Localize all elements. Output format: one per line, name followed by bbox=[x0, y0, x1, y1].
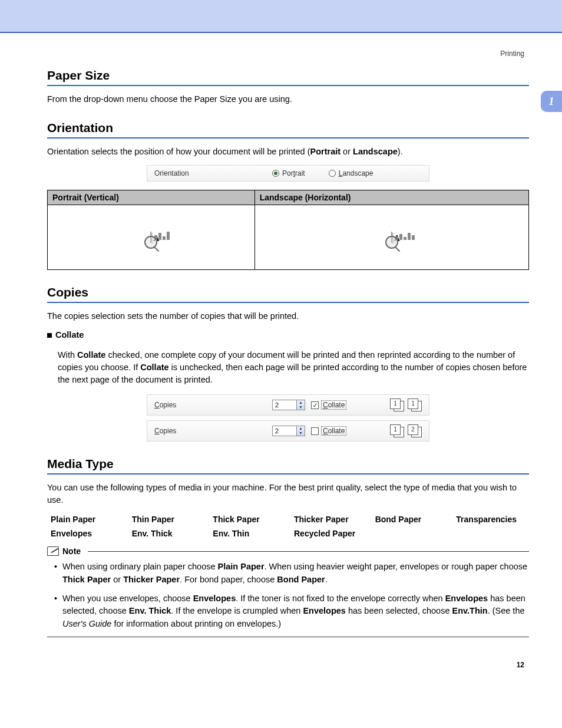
collate-checkbox-label-1: Collate bbox=[321, 400, 346, 410]
collate-sub-heading: Collate bbox=[47, 330, 529, 340]
orientation-body-mid: or bbox=[340, 147, 353, 156]
media-type-item: Plain Paper bbox=[51, 515, 120, 524]
copies-panel-label-2: Copies bbox=[154, 427, 272, 435]
page-number: 12 bbox=[47, 661, 529, 669]
radio-landscape[interactable]: Landscape bbox=[329, 169, 373, 177]
spinner-down-icon[interactable]: ▼ bbox=[297, 431, 305, 436]
heading-paper-size: Paper Size bbox=[47, 68, 529, 86]
orientation-bold-landscape: Landscape bbox=[353, 147, 398, 156]
orientation-body-pre: Orientation selects the position of how … bbox=[47, 147, 310, 156]
collate-label: Collate bbox=[55, 330, 84, 340]
radio-landscape-label: Landscape bbox=[339, 169, 373, 177]
heading-copies: Copies bbox=[47, 285, 529, 303]
note-list: When using ordinary plain paper choose P… bbox=[54, 561, 529, 631]
copies-spinner-2[interactable]: ▲▼ bbox=[272, 426, 305, 436]
collate-checkbox-checked[interactable]: ✓ Collate bbox=[311, 400, 346, 410]
landscape-preview-icon: A bbox=[391, 232, 392, 243]
copies-panel-collated: Copies ▲▼ ✓ Collate 21 21 bbox=[147, 394, 429, 416]
checkbox-checked-icon: ✓ bbox=[311, 401, 319, 409]
copies-input-1[interactable] bbox=[273, 400, 296, 410]
media-type-item: Recycled Paper bbox=[294, 529, 363, 538]
orientation-body-post: ). bbox=[398, 147, 403, 156]
chapter-tab: 1 bbox=[541, 91, 562, 112]
radio-checked-icon bbox=[272, 170, 279, 177]
copies-input-2[interactable] bbox=[273, 426, 296, 436]
note-footer-rule bbox=[47, 637, 529, 637]
spinner-up-icon[interactable]: ▲ bbox=[297, 400, 305, 405]
note-item: When you use envelopes, choose Envelopes… bbox=[54, 592, 529, 631]
spinner-down-icon[interactable]: ▼ bbox=[297, 405, 305, 410]
header-band bbox=[0, 0, 562, 32]
media-type-item: Thicker Paper bbox=[294, 515, 363, 524]
media-type-item: Transparencies bbox=[456, 515, 525, 524]
radio-portrait-label: Portrait bbox=[282, 169, 305, 177]
cell-landscape-preview: A bbox=[254, 205, 528, 270]
note-rule bbox=[88, 551, 529, 552]
copies-spinner-1[interactable]: ▲▼ bbox=[272, 400, 305, 410]
breadcrumb: Printing bbox=[47, 50, 529, 58]
collate-checkbox-label-2: Collate bbox=[321, 426, 346, 436]
portrait-preview-icon: A bbox=[150, 232, 151, 243]
th-portrait: Portrait (Vertical) bbox=[48, 190, 255, 205]
copies-panel-uncollated: Copies ▲▼ Collate 11 22 bbox=[147, 420, 429, 442]
copies-body: The copies selection sets the number of … bbox=[47, 310, 529, 322]
media-type-item: Thick Paper bbox=[213, 515, 282, 524]
checkbox-unchecked-icon bbox=[311, 427, 319, 435]
spinner-up-icon[interactable]: ▲ bbox=[297, 426, 305, 431]
cell-portrait-preview: A bbox=[48, 205, 255, 270]
collate-body: With Collate checked, one complete copy … bbox=[58, 349, 529, 386]
orientation-dialog-panel: Orientation Portrait Landscape bbox=[147, 165, 429, 182]
media-type-item: Thin Paper bbox=[132, 515, 201, 524]
media-type-grid: Plain Paper Thin Paper Thick Paper Thick… bbox=[51, 515, 525, 538]
media-type-item: Env. Thick bbox=[132, 529, 201, 538]
radio-unchecked-icon bbox=[329, 170, 336, 177]
orientation-panel-label: Orientation bbox=[154, 169, 272, 177]
note-label: Note bbox=[62, 546, 81, 556]
copies-panel-label-1: Copies bbox=[154, 401, 272, 409]
th-landscape: Landscape (Horizontal) bbox=[254, 190, 528, 205]
paper-size-body: From the drop-down menu choose the Paper… bbox=[47, 93, 529, 106]
note-item: When using ordinary plain paper choose P… bbox=[54, 561, 529, 587]
orientation-bold-portrait: Portrait bbox=[310, 147, 341, 156]
media-type-item: Bond Paper bbox=[375, 515, 445, 524]
media-type-item: Env. Thin bbox=[213, 529, 282, 538]
orientation-table: Portrait (Vertical) Landscape (Horizonta… bbox=[47, 190, 529, 270]
note-block: Note When using ordinary plain paper cho… bbox=[47, 546, 529, 637]
note-icon bbox=[47, 546, 59, 556]
radio-portrait[interactable]: Portrait bbox=[272, 169, 305, 177]
orientation-body: Orientation selects the position of how … bbox=[47, 146, 529, 158]
media-type-item: Envelopes bbox=[51, 529, 120, 538]
collate-order-icon-collated: 21 21 bbox=[390, 398, 422, 411]
heading-orientation: Orientation bbox=[47, 121, 529, 139]
collate-order-icon-uncollated: 11 22 bbox=[390, 424, 422, 437]
heading-media-type: Media Type bbox=[47, 457, 529, 475]
collate-checkbox-unchecked[interactable]: Collate bbox=[311, 426, 346, 436]
square-bullet-icon bbox=[47, 333, 52, 338]
media-body: You can use the following types of media… bbox=[47, 482, 529, 506]
